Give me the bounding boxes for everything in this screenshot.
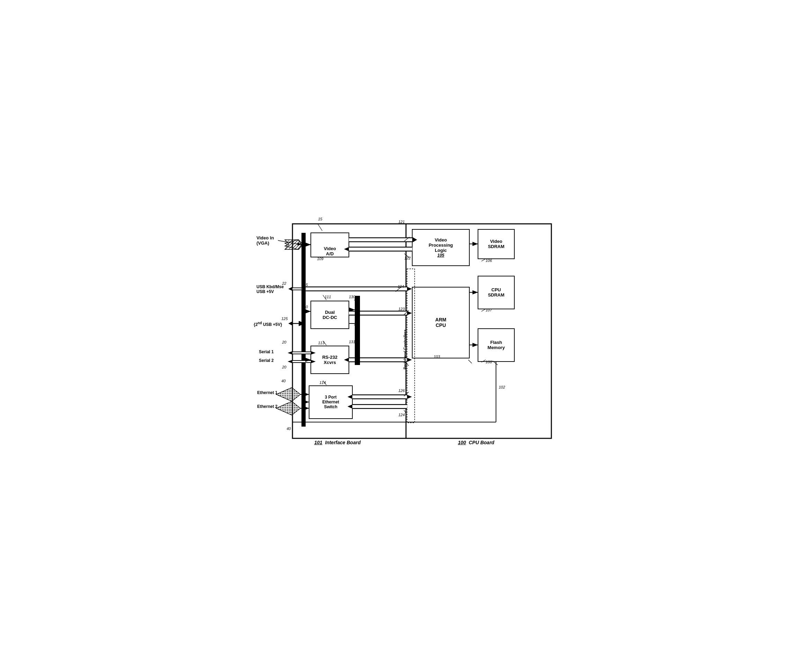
interface-board-label: 101 Interface Board	[314, 440, 361, 445]
svg-marker-79	[348, 395, 352, 399]
svg-marker-40	[288, 360, 293, 363]
ref-121: 121	[398, 220, 405, 224]
svg-line-101	[404, 237, 410, 241]
ref-122: 122	[404, 256, 410, 260]
svg-line-107	[492, 361, 498, 365]
ref-123: 123	[398, 307, 405, 311]
svg-line-110	[354, 321, 360, 325]
usb-kbd-label: USB Kbd/MseUSB +5V	[257, 284, 284, 294]
ref-20b: 20	[282, 365, 286, 369]
ref-130: 130	[349, 295, 355, 299]
cpu-sdram-box-label: CPUSDRAM	[478, 276, 514, 309]
peripheral-ctrl-label: Peripheral Controllers	[402, 304, 408, 394]
svg-marker-45	[276, 401, 301, 415]
svg-marker-20	[285, 240, 303, 249]
svg-rect-12	[412, 287, 469, 358]
svg-marker-26	[288, 287, 293, 291]
svg-line-99	[318, 224, 322, 231]
svg-line-116	[482, 360, 486, 362]
ref-103: 103	[434, 355, 440, 359]
arm-cpu-box-label: ARMCPU	[412, 287, 469, 358]
svg-rect-7	[311, 233, 349, 257]
ref-125b: 125	[301, 283, 308, 287]
svg-marker-68	[407, 311, 412, 315]
svg-rect-6	[301, 233, 305, 427]
video-sdram-box-label: VideoSDRAM	[478, 229, 514, 259]
voltage-label: 1.8V 3.3V	[355, 327, 359, 344]
ref-20a: 20	[282, 340, 286, 344]
svg-marker-74	[407, 358, 412, 362]
eth1-label: Ethernet 1	[257, 390, 277, 395]
ethernet-switch-box-label: 3 PortEthernetSwitch	[309, 386, 352, 419]
video-in-label: Video In(VGA)	[257, 235, 274, 246]
serial2-label: Serial 2	[259, 358, 274, 363]
svg-rect-92	[355, 296, 360, 365]
svg-marker-34	[288, 351, 293, 355]
svg-marker-61	[301, 287, 305, 291]
eth2-label: Ethernet 2	[257, 404, 277, 409]
ref-109: 109	[317, 257, 323, 261]
svg-rect-4	[293, 224, 552, 438]
svg-marker-27	[305, 287, 310, 291]
svg-marker-41	[311, 360, 316, 363]
ref-120: 120	[301, 305, 308, 309]
video-proc-box-label: VideoProcessingLogic 105	[412, 229, 469, 266]
svg-marker-43	[276, 388, 301, 401]
svg-rect-10	[309, 386, 352, 419]
ref-126: 126	[398, 389, 405, 393]
svg-rect-9	[311, 346, 349, 374]
svg-marker-85	[348, 405, 352, 409]
svg-marker-56	[344, 247, 349, 251]
svg-line-104	[404, 361, 409, 366]
ref-15: 15	[318, 217, 322, 221]
svg-marker-80	[407, 395, 412, 399]
svg-line-115	[482, 309, 486, 311]
ref-114: 114	[320, 381, 326, 385]
svg-rect-8	[311, 301, 349, 328]
svg-rect-15	[478, 276, 514, 309]
svg-rect-13	[407, 269, 415, 423]
ref-124: 124	[398, 413, 405, 417]
serial1-label: Serial 1	[259, 349, 274, 354]
svg-rect-16	[478, 328, 514, 361]
usb2-label: {2nd USB +5V}	[254, 321, 282, 327]
ref-107: 107	[486, 308, 492, 312]
ref-131: 131	[349, 340, 355, 344]
svg-line-17	[278, 240, 301, 244]
svg-line-108	[468, 360, 472, 363]
ref-113: 113	[318, 341, 324, 345]
ref-104: 104	[398, 284, 404, 288]
ref-40a: 40	[281, 379, 285, 383]
ref-40b: 40	[287, 427, 291, 431]
diagram-container: 15 Video In(VGA) 22 USB Kbd/MseUSB +5V 1…	[250, 202, 562, 455]
dual-dc-box-label: DualDC-DC	[311, 301, 349, 328]
cpu-board-label: 100 CPU Board	[458, 440, 494, 445]
svg-marker-18	[285, 240, 301, 249]
video-ad-box-label: VideoA/D	[311, 239, 349, 263]
ref-111: 111	[325, 295, 331, 299]
svg-marker-35	[311, 351, 316, 355]
svg-marker-62	[407, 287, 412, 291]
rs232-box-label: RS-232Xcvrs	[311, 346, 349, 374]
svg-rect-14	[478, 229, 514, 259]
ref-125: 125	[281, 316, 288, 321]
ref-108: 108	[486, 360, 492, 364]
flash-memory-box-label: FlashMemory	[478, 328, 514, 361]
ref-102: 102	[499, 385, 505, 389]
svg-marker-73	[344, 358, 349, 362]
svg-marker-95	[355, 322, 360, 325]
ref-106: 106	[486, 258, 492, 263]
svg-marker-29	[288, 321, 293, 325]
svg-rect-11	[412, 229, 469, 266]
svg-marker-51	[412, 237, 417, 243]
svg-line-114	[482, 259, 486, 261]
